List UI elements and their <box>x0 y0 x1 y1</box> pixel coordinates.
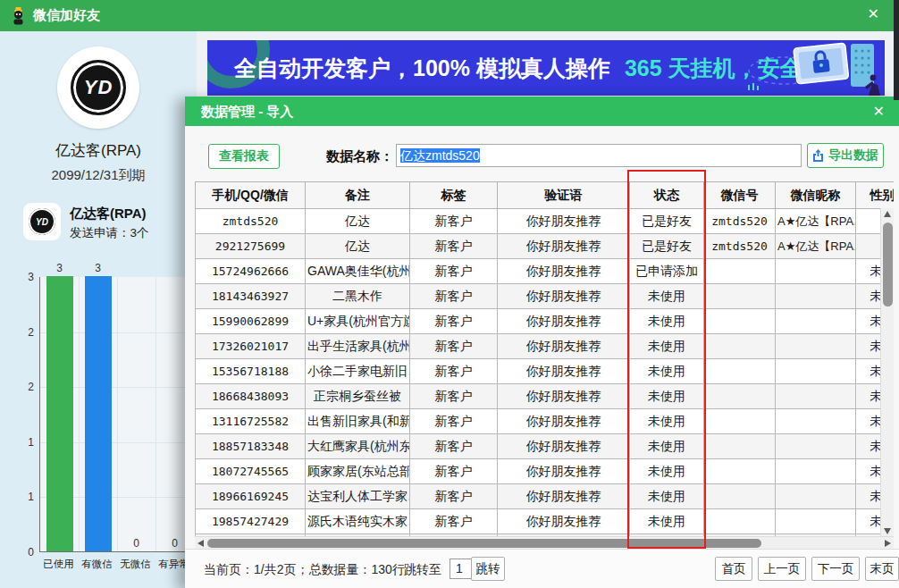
table-cell: 你好朋友推荐 <box>498 259 630 284</box>
table-row[interactable]: zmtds520亿达新客户你好朋友推荐已是好友zmtds520A★亿达【RPA… <box>196 209 895 234</box>
y-tick-label: 1 <box>4 436 34 449</box>
table-cell: 未使用 <box>630 409 704 434</box>
table-cell: 你好朋友推荐 <box>498 434 630 459</box>
table-cell: zmtds520 <box>704 234 776 259</box>
table-cell: 你好朋友推荐 <box>498 509 630 534</box>
table-row[interactable]: 2921275699亿达新客户你好朋友推荐已是好友zmtds520A★亿达【RP… <box>196 234 895 259</box>
table-cell: 新客户 <box>410 459 498 484</box>
window-title: 微信加好友 <box>33 7 100 24</box>
table-cell <box>776 309 856 334</box>
avatar: YD <box>23 203 61 240</box>
table-row[interactable]: 13116725582出售新旧家具(和新…新客户你好朋友推荐未使用未知 <box>196 409 895 434</box>
table-cell: 13116725582 <box>196 409 306 434</box>
scroll-up-icon[interactable] <box>884 211 891 217</box>
vertical-scrollbar[interactable] <box>880 208 894 537</box>
jump-button[interactable]: 跳转 <box>471 557 505 581</box>
gridline <box>117 277 118 551</box>
table-cell <box>704 309 776 334</box>
horizontal-scrollbar[interactable] <box>195 536 894 549</box>
table-row[interactable]: 18966169245达宝利人体工学家…新客户你好朋友推荐未使用未知 <box>196 484 895 509</box>
window-titlebar[interactable]: 微信加好友 ✕ <box>0 0 899 31</box>
table-cell: 新客户 <box>410 409 498 434</box>
table-cell <box>776 459 856 484</box>
table-cell: 二黑木作 <box>306 284 410 309</box>
table-row[interactable]: 15990062899U+家具(杭州官方旗…新客户你好朋友推荐未使用未知 <box>196 309 895 334</box>
table-cell: 未使用 <box>630 334 704 359</box>
table-cell <box>776 284 856 309</box>
horizontal-scroll-thumb[interactable] <box>207 539 761 548</box>
next-page-button[interactable]: 下一页 <box>811 557 860 581</box>
banner-text-primary: 全自动开发客户，100% 模拟真人操作 <box>234 54 610 83</box>
yd-avatar-icon: YD <box>29 208 55 235</box>
table-cell: A★亿达【RPA… <box>776 234 856 259</box>
table-cell: 亿达 <box>306 209 410 234</box>
jump-to-label: 跳转至 <box>404 562 441 578</box>
vertical-scroll-thumb[interactable] <box>883 223 893 307</box>
prev-page-button[interactable]: 上一页 <box>758 557 806 581</box>
scroll-right-icon[interactable] <box>885 540 891 547</box>
account-name: 亿达客(RPA) <box>70 206 149 223</box>
table-cell <box>704 484 776 509</box>
table-cell: 亿达 <box>306 234 410 259</box>
table-row[interactable]: 17326021017出乎生活家具(杭州…新客户你好朋友推荐未使用未知 <box>196 334 895 359</box>
table-row[interactable]: 15724962666GAWA奥佳华(杭州大…新客户你好朋友推荐已申请添加未知 <box>196 259 895 284</box>
table-cell: 你好朋友推荐 <box>498 484 630 509</box>
first-page-button[interactable]: 首页 <box>715 557 752 581</box>
table-cell <box>704 434 776 459</box>
table-cell <box>704 459 776 484</box>
scroll-down-icon[interactable] <box>884 528 891 534</box>
table-cell: 未使用 <box>630 459 704 484</box>
table-row[interactable]: 18857183348大红鹰家具(杭州东…新客户你好朋友推荐未使用未知 <box>196 434 895 459</box>
table-cell <box>776 484 856 509</box>
data-manage-import-dialog: 数据管理 - 导入 ✕ 查看报表 数据名称： 亿达zmtds520 导出数据 手… <box>185 97 899 588</box>
sidebar: YD 亿达客(RPA) 2099/12/31到期 YD 亿达客(RPA) 发送申… <box>0 31 197 588</box>
dialog-close-icon[interactable]: ✕ <box>873 97 885 126</box>
data-name-input[interactable]: 亿达zmtds520 <box>396 144 802 167</box>
table-cell: 未使用 <box>630 284 704 309</box>
bar-value-label: 0 <box>117 537 155 550</box>
table-cell <box>776 384 856 409</box>
scroll-left-icon[interactable] <box>197 540 204 547</box>
table-cell <box>704 384 776 409</box>
table-header-row: 手机/QQ/微信备注标签验证语状态微信号微信昵称性别 <box>196 182 895 209</box>
table-cell: 18143463927 <box>196 284 306 309</box>
table-cell: 你好朋友推荐 <box>498 209 630 234</box>
y-tick-label: 0 <box>4 546 34 559</box>
table-cell: 新客户 <box>410 259 498 284</box>
table-cell: 你好朋友推荐 <box>498 359 630 384</box>
table-row[interactable]: 19857427429源氏木语纯实木家…新客户你好朋友推荐未使用未知 <box>196 509 895 534</box>
table-cell: 2921275699 <box>196 234 306 259</box>
chart-plot: 3300 <box>39 277 193 552</box>
table-cell <box>704 359 776 384</box>
promo-banner[interactable]: 全自动开发客户，100% 模拟真人操作 365 天挂机，安全无忧 <box>207 40 885 96</box>
export-data-button[interactable]: 导出数据 <box>807 143 884 168</box>
table-cell <box>704 284 776 309</box>
column-header: 状态 <box>630 182 704 209</box>
data-name-label: 数据名称： <box>326 148 393 165</box>
table-row[interactable]: 18072745565顾家家居(东站总部…新客户你好朋友推荐未使用未知 <box>196 459 895 484</box>
table-cell <box>776 409 856 434</box>
table-cell: 你好朋友推荐 <box>498 384 630 409</box>
dialog-titlebar[interactable]: 数据管理 - 导入 ✕ <box>185 97 899 126</box>
table-row[interactable]: 18143463927二黑木作新客户你好朋友推荐未使用未知 <box>196 284 895 309</box>
view-report-button[interactable]: 查看报表 <box>208 144 280 169</box>
account-list-item[interactable]: YD 亿达客(RPA) 发送申请：3个 <box>23 203 184 244</box>
y-tick-label: 2 <box>4 326 34 339</box>
table-cell <box>776 434 856 459</box>
x-category-label: 无微信 <box>116 558 155 571</box>
table-cell: 15724962666 <box>196 259 306 284</box>
table-cell: A★亿达【RPA… <box>776 209 856 234</box>
table-cell: 新客户 <box>410 484 498 509</box>
table-cell: 19857427429 <box>196 509 306 534</box>
table-cell: 18072745565 <box>196 459 306 484</box>
chart-x-labels: 已使用有微信无微信有异常 <box>39 558 193 571</box>
table-row[interactable]: 15356718188小徐二手家电新旧…新客户你好朋友推荐未使用未知 <box>196 359 895 384</box>
x-category-label: 有微信 <box>78 558 116 571</box>
table-row[interactable]: 18668438093正宗桐乡蚕丝被新客户你好朋友推荐未使用未知 <box>196 384 895 409</box>
table-cell: 你好朋友推荐 <box>498 234 630 259</box>
table-cell: 已申请添加 <box>630 259 704 284</box>
last-page-button[interactable]: 末页 <box>865 557 899 581</box>
table-cell: 15990062899 <box>196 309 306 334</box>
column-header: 性别 <box>856 182 895 209</box>
window-close-icon[interactable]: ✕ <box>868 5 879 22</box>
